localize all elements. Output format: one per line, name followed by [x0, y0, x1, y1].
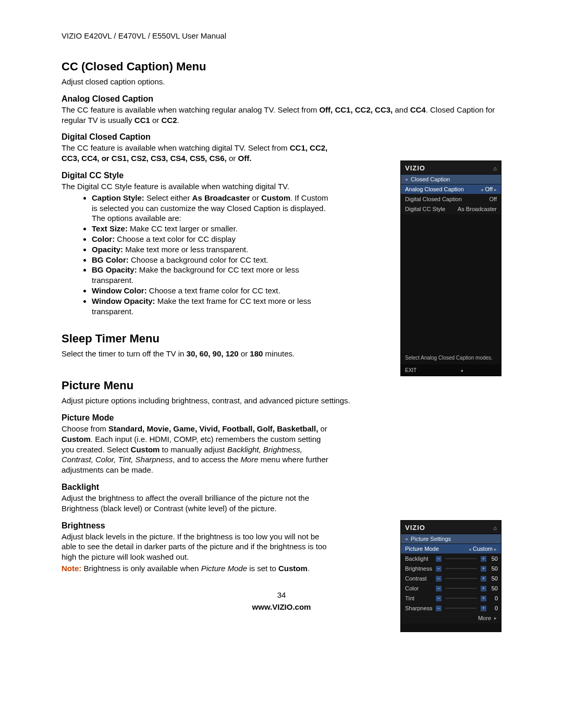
tv-brand-label: VIZIO: [405, 164, 425, 172]
picture-menu-title: Picture Menu: [62, 379, 501, 392]
cc-style-list: Caption Style: Select either As Broadcas…: [62, 193, 332, 317]
brightness-body: Adjust black levels in the picture. If t…: [62, 532, 333, 562]
slider-value: 50: [488, 585, 498, 591]
plus-icon[interactable]: +: [481, 596, 486, 601]
picture-mode-body: Choose from Standard, Movie, Game, Vivid…: [62, 424, 333, 475]
breadcrumb-label: Closed Caption: [411, 176, 450, 182]
plus-icon[interactable]: +: [481, 576, 486, 582]
slider-label: Color: [405, 585, 434, 591]
cc-intro: Adjust closed caption options.: [62, 77, 501, 87]
digital-cc-style-intro: The Digital CC Style feature is availabl…: [62, 181, 332, 192]
analog-cc-body: The CC feature is available when watchin…: [62, 105, 501, 126]
slider-row[interactable]: Backlight−+50: [401, 554, 501, 564]
slider-value: 50: [488, 556, 498, 562]
tv-cc-option-row[interactable]: Digital Closed CaptionOff: [401, 194, 501, 204]
chevron-left-icon: ◂: [481, 187, 483, 192]
plus-icon[interactable]: +: [481, 606, 486, 611]
slider-bar[interactable]: [445, 608, 477, 609]
minus-icon[interactable]: −: [436, 566, 442, 572]
digital-cc-style-heading: Digital CC Style: [62, 171, 332, 180]
slider-label: Contrast: [405, 575, 434, 582]
chevron-left-icon: ◂: [469, 547, 471, 552]
plus-icon[interactable]: +: [481, 556, 486, 562]
picture-mode-heading: Picture Mode: [62, 413, 333, 423]
brightness-note: Note: Brightness is only available when …: [62, 563, 333, 574]
list-item: BG Color: Choose a background color for …: [92, 255, 332, 265]
slider-label: Brightness: [405, 565, 434, 572]
option-label: Analog Closed Caption: [405, 186, 464, 192]
option-value: As Broadcaster: [458, 206, 497, 212]
picture-mode-row[interactable]: Picture Mode ◂ Custom ▸: [401, 544, 501, 554]
list-item: Text Size: Make CC text larger or smalle…: [92, 224, 332, 234]
option-value: ◂ Off ▸: [481, 186, 497, 192]
minus-icon[interactable]: −: [436, 606, 442, 611]
minus-icon[interactable]: −: [436, 586, 442, 591]
tv-pic-breadcrumb[interactable]: ◂ Picture Settings: [401, 534, 501, 544]
tv-cc-option-row[interactable]: Digital CC StyleAs Broadcaster: [401, 204, 501, 214]
option-label: Digital Closed Caption: [405, 196, 462, 202]
tv-cc-description: Select Analog Closed Caption modes.: [401, 352, 501, 364]
exit-button[interactable]: EXIT: [405, 367, 417, 373]
breadcrumb-back-icon: ◂: [405, 536, 408, 541]
manual-page: VIZIO E420VL / E470VL / E550VL User Manu…: [0, 0, 563, 632]
slider-bar[interactable]: [445, 598, 477, 599]
tv-cc-breadcrumb[interactable]: ◂ Closed Caption: [401, 175, 501, 184]
chevron-right-icon: ▸: [494, 187, 497, 192]
brightness-heading: Brightness: [62, 521, 333, 530]
breadcrumb-label: Picture Settings: [411, 536, 451, 542]
slider-bar[interactable]: [445, 568, 477, 569]
slider-row[interactable]: Brightness−+50: [401, 564, 501, 574]
digital-cc-body: The CC feature is available when watchin…: [62, 143, 332, 164]
minus-icon[interactable]: −: [436, 576, 442, 582]
more-label: More: [478, 615, 491, 621]
picture-mode-value: ◂ Custom ▸: [469, 546, 497, 552]
slider-bar[interactable]: [445, 578, 477, 579]
tv-cc-panel: VIZIO ⌂ ◂ Closed Caption Analog Closed C…: [400, 161, 501, 376]
tv-brand-label: VIZIO: [405, 524, 425, 532]
option-label: Digital CC Style: [405, 206, 445, 212]
chevron-right-icon: ▸: [494, 615, 497, 621]
more-row[interactable]: More ▸: [401, 613, 501, 623]
option-value: Off: [489, 196, 497, 202]
tv-cc-header: VIZIO ⌂: [401, 161, 501, 175]
list-item: Window Color: Choose a text frame color …: [92, 286, 332, 296]
slider-row[interactable]: Color−+50: [401, 584, 501, 594]
home-icon[interactable]: ⌂: [493, 525, 497, 531]
minus-icon[interactable]: −: [436, 556, 442, 562]
slider-value: 50: [488, 575, 498, 582]
minus-icon[interactable]: −: [436, 596, 442, 601]
backlight-heading: Backlight: [62, 483, 333, 492]
tv-cc-option-row[interactable]: Analog Closed Caption◂ Off ▸: [401, 184, 501, 194]
slider-row[interactable]: Sharpness−+0: [401, 603, 501, 613]
plus-icon[interactable]: +: [481, 586, 486, 591]
list-item: Window Opacity: Make the text frame for …: [92, 296, 332, 317]
picture-mode-label: Picture Mode: [405, 546, 439, 552]
manual-header: VIZIO E420VL / E470VL / E550VL User Manu…: [62, 31, 501, 40]
digital-cc-heading: Digital Closed Caption: [62, 132, 332, 142]
slider-bar[interactable]: [445, 588, 477, 589]
picture-intro: Adjust picture options including brightn…: [62, 396, 501, 406]
tv-cc-footer: EXIT ⬥: [401, 364, 501, 376]
plus-icon[interactable]: +: [481, 566, 486, 572]
slider-row[interactable]: Tint−+0: [401, 594, 501, 603]
tv-pic-header: VIZIO ⌂: [401, 521, 501, 534]
home-icon[interactable]: ⌂: [493, 165, 497, 171]
list-item: Opacity: Make text more or less transpar…: [92, 244, 332, 255]
slider-row[interactable]: Contrast−+50: [401, 574, 501, 584]
breadcrumb-back-icon: ◂: [405, 177, 408, 182]
v-logo-icon: ⬥: [460, 367, 464, 373]
slider-label: Sharpness: [405, 605, 434, 611]
list-item: Caption Style: Select either As Broadcas…: [92, 193, 332, 224]
backlight-body: Adjust the brightness to affect the over…: [62, 493, 333, 514]
slider-value: 50: [488, 565, 498, 572]
slider-bar[interactable]: [445, 558, 477, 559]
slider-label: Backlight: [405, 556, 434, 562]
list-item: BG Opacity: Make the background for CC t…: [92, 265, 332, 286]
tv-picture-panel: VIZIO ⌂ ◂ Picture Settings Picture Mode …: [400, 520, 501, 632]
chevron-right-icon: ▸: [494, 547, 497, 552]
cc-menu-title: CC (Closed Caption) Menu: [62, 60, 501, 73]
slider-label: Tint: [405, 595, 434, 601]
list-item: Color: Choose a text color for CC displa…: [92, 234, 332, 244]
analog-cc-heading: Analog Closed Caption: [62, 94, 501, 104]
slider-value: 0: [488, 605, 498, 611]
